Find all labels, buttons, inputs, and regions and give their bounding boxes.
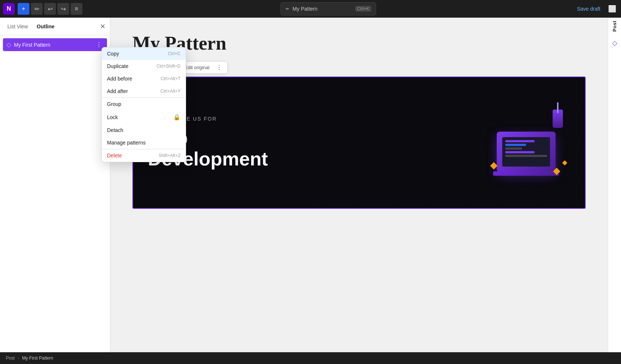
menu-item-detach[interactable]: Detach — [102, 124, 186, 136]
view-button[interactable]: ⬜ — [606, 3, 618, 15]
right-panel: Post ◇ — [608, 18, 621, 352]
sidebar: List View Outline ✕ ◇ My First Pattern ⋮ — [0, 18, 110, 352]
drink-straw — [557, 102, 558, 113]
menu-group-2: Group Lock 🔒 Detach Manage patterns — [102, 98, 186, 149]
sidebar-content: ◇ My First Pattern ⋮ — [0, 35, 110, 352]
block-more-button[interactable]: ⋮ — [214, 63, 224, 72]
menu-item-add-before[interactable]: Add before Ctrl+Alt+T — [102, 72, 186, 85]
toolbar-right: Save draft ⬜ — [574, 3, 618, 15]
top-toolbar: N + ✏ ↩ ↪ ≡ ✒ My Pattern Ctrl+K Save dra… — [0, 0, 621, 18]
sidebar-close-button[interactable]: ✕ — [100, 22, 106, 31]
pen-icon: ✒ — [285, 6, 290, 12]
code-line-2 — [505, 144, 526, 146]
edit-button[interactable]: ✏ — [31, 3, 43, 15]
pattern-preview-block: WHY CHOOSE US FOR Web Development — [132, 76, 586, 209]
sidebar-header: List View Outline ✕ — [0, 18, 110, 35]
right-panel-pattern-icon[interactable]: ◇ — [611, 38, 619, 49]
breadcrumb-separator: › — [18, 356, 19, 361]
shortcut-badge: Ctrl+K — [355, 6, 371, 12]
pattern-search[interactable]: ✒ My Pattern Ctrl+K — [281, 2, 376, 15]
tab-outline[interactable]: Outline — [34, 22, 57, 31]
logo[interactable]: N — [3, 3, 15, 15]
edit-original-button[interactable]: Edit original — [182, 64, 213, 71]
menu-group-3: Delete Shift+Alt+Z — [102, 149, 186, 162]
right-panel-label: Post — [612, 21, 617, 32]
save-draft-button[interactable]: Save draft — [574, 4, 603, 13]
laptop-body — [497, 132, 556, 172]
document-button[interactable]: ≡ — [71, 3, 82, 15]
menu-item-lock[interactable]: Lock 🔒 — [102, 110, 186, 124]
breadcrumb: Post › My First Pattern — [0, 352, 621, 364]
redo-button[interactable]: ↪ — [57, 3, 69, 15]
code-line-4 — [505, 151, 535, 153]
menu-item-group[interactable]: Group — [102, 98, 186, 110]
laptop-base — [493, 171, 559, 176]
menu-item-copy[interactable]: Copy Ctrl+C — [102, 47, 186, 60]
toolbar-center: ✒ My Pattern Ctrl+K — [84, 2, 572, 15]
pattern-item-icon: ◇ — [7, 41, 11, 48]
code-line-3 — [505, 147, 522, 150]
main-layout: List View Outline ✕ ◇ My First Pattern ⋮… — [0, 18, 621, 352]
code-line-5 — [505, 155, 547, 157]
undo-button[interactable]: ↩ — [44, 3, 56, 15]
menu-item-delete[interactable]: Delete Shift+Alt+Z — [102, 149, 186, 162]
diamond-1 — [490, 162, 497, 169]
code-line-1 — [505, 140, 535, 142]
lock-icon: 🔒 — [173, 114, 181, 121]
menu-item-duplicate[interactable]: Duplicate Ctrl+Shift+D — [102, 60, 186, 72]
pattern-list-item[interactable]: ◇ My First Pattern ⋮ — [3, 38, 107, 51]
breadcrumb-current: My First Pattern — [22, 356, 53, 361]
menu-item-add-after[interactable]: Add after Ctrl+Alt+Y — [102, 85, 186, 97]
breadcrumb-root[interactable]: Post — [6, 356, 15, 361]
diamond-3 — [562, 160, 567, 165]
add-button[interactable]: + — [18, 3, 29, 15]
laptop-illustration — [489, 106, 570, 179]
laptop-screen — [502, 137, 550, 167]
menu-item-manage-patterns[interactable]: Manage patterns — [102, 136, 186, 149]
tab-list-view[interactable]: List View — [4, 22, 31, 31]
page-title: My Pattern — [132, 32, 586, 54]
context-menu: Copy Ctrl+C Duplicate Ctrl+Shift+D Add b… — [101, 47, 186, 162]
menu-group-1: Copy Ctrl+C Duplicate Ctrl+Shift+D Add b… — [102, 47, 186, 98]
drink-cup — [553, 110, 563, 128]
